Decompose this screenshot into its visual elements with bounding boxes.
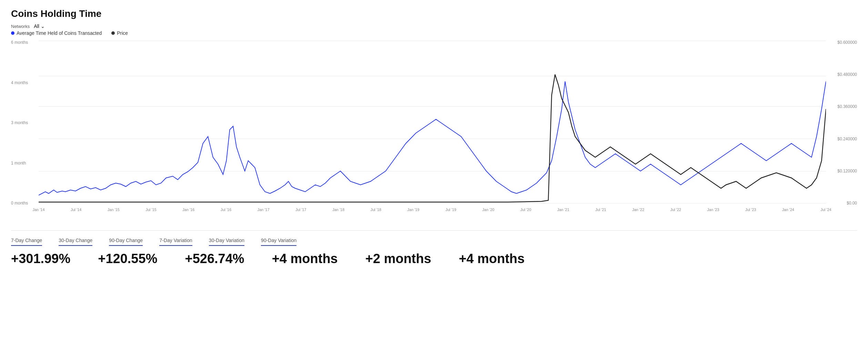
x-label-17: Jul '22 [670, 208, 681, 212]
stat-value-5: +4 months [459, 251, 525, 266]
stats-tabs: 7-Day Change 30-Day Change 90-Day Change… [11, 238, 857, 246]
stats-values: +301.99% +120.55% +526.74% +4 months +2 … [11, 251, 857, 266]
y-axis-right: $0.600000 $0.480000 $0.360000 $0.240000 … [826, 40, 857, 206]
x-label-10: Jan '19 [407, 208, 420, 212]
stat-value-0: +301.99% [11, 251, 70, 266]
legend-dot-avg [11, 31, 14, 35]
y-right-1: $0.480000 [837, 72, 857, 77]
y-right-4: $0.120000 [837, 169, 857, 173]
stat-value-3: +4 months [272, 251, 338, 266]
x-label-16: Jan '22 [632, 208, 644, 212]
x-label-3: Jul '15 [145, 208, 156, 212]
legend-row: Average Time Held of Coins Transacted Pr… [11, 30, 857, 36]
x-label-6: Jan '17 [258, 208, 270, 212]
y-axis-left: 6 months 4 months 3 months 1 month 0 mon… [11, 40, 39, 206]
chevron-down-icon: ⌄ [41, 23, 45, 29]
filter-label: Networks [11, 24, 30, 29]
y-right-3: $0.240000 [837, 137, 857, 141]
y-left-0mo: 0 months [11, 201, 28, 206]
y-left-6mo: 6 months [11, 40, 28, 45]
legend-label-price: Price [117, 30, 128, 36]
x-axis: Jan '14 Jul '14 Jan '15 Jul '15 Jan '16 … [39, 206, 826, 219]
y-right-2: $0.360000 [837, 104, 857, 109]
chart-area [39, 40, 826, 206]
legend-dot-price [111, 31, 115, 35]
stat-tab-3[interactable]: 7-Day Variation [159, 238, 192, 246]
x-label-9: Jul '18 [371, 208, 381, 212]
y-left-1mo: 1 month [11, 161, 26, 166]
x-label-13: Jul '20 [521, 208, 531, 212]
y-left-4mo: 4 months [11, 80, 28, 85]
chart-svg [39, 40, 826, 206]
legend-item-price: Price [111, 30, 128, 36]
x-label-19: Jul '23 [745, 208, 756, 212]
stat-value-2: +526.74% [185, 251, 244, 266]
stat-value-1: +120.55% [98, 251, 157, 266]
y-right-5: $0.00 [847, 201, 857, 206]
x-label-18: Jan '23 [707, 208, 719, 212]
stats-section: 7-Day Change 30-Day Change 90-Day Change… [11, 230, 857, 266]
y-right-0: $0.600000 [837, 40, 857, 45]
y-left-3mo: 3 months [11, 120, 28, 125]
x-label-14: Jan '21 [557, 208, 569, 212]
x-label-20: Jan '24 [782, 208, 794, 212]
stat-tab-2[interactable]: 90-Day Change [109, 238, 143, 246]
stat-tab-4[interactable]: 30-Day Variation [209, 238, 244, 246]
filter-value: All [34, 23, 39, 29]
stat-tab-0[interactable]: 7-Day Change [11, 238, 42, 246]
x-label-11: Jul '19 [445, 208, 456, 212]
page-title: Coins Holding Time [11, 8, 857, 19]
x-label-0: Jan '14 [32, 208, 44, 212]
stat-tab-1[interactable]: 30-Day Change [59, 238, 92, 246]
legend-label-avg: Average Time Held of Coins Transacted [17, 30, 102, 36]
x-label-7: Jul '17 [295, 208, 306, 212]
x-label-1: Jul '14 [71, 208, 81, 212]
x-label-21: Jul '24 [820, 208, 831, 212]
x-label-8: Jan '18 [332, 208, 344, 212]
stat-tab-5[interactable]: 90-Day Variation [261, 238, 296, 246]
x-label-4: Jan '16 [182, 208, 194, 212]
filter-select[interactable]: All ⌄ [34, 23, 45, 29]
x-label-15: Jul '21 [595, 208, 606, 212]
chart-wrapper: 6 months 4 months 3 months 1 month 0 mon… [11, 40, 857, 219]
legend-item-avg: Average Time Held of Coins Transacted [11, 30, 102, 36]
avg-time-line [39, 81, 826, 195]
price-line [39, 74, 826, 202]
x-label-2: Jan '15 [108, 208, 120, 212]
x-label-12: Jan '20 [482, 208, 494, 212]
controls-row: Networks All ⌄ [11, 23, 857, 29]
x-label-5: Jul '16 [221, 208, 231, 212]
stat-value-4: +2 months [365, 251, 431, 266]
